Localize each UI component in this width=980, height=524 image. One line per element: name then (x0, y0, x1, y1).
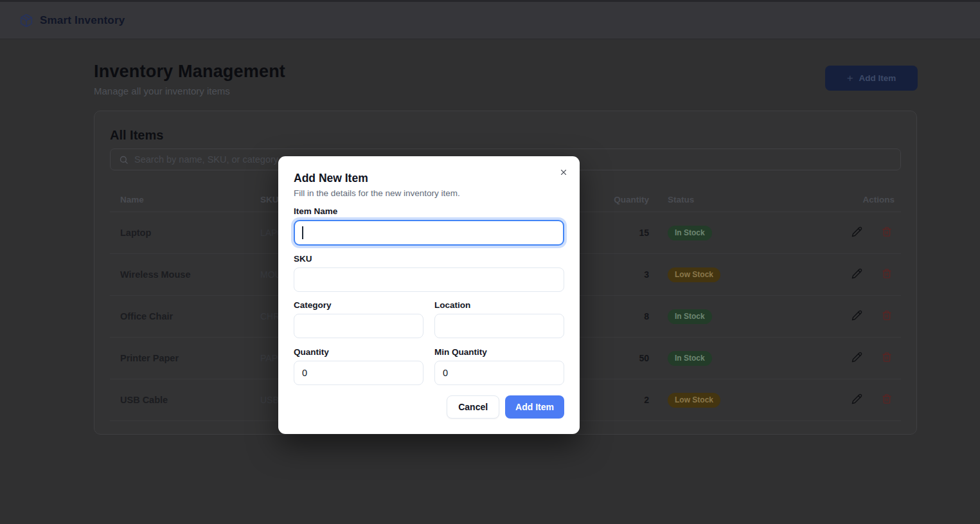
close-button[interactable] (557, 165, 571, 179)
text-caret (302, 226, 303, 239)
quantity-input[interactable] (294, 361, 423, 385)
add-item-modal: Add New Item Fill in the details for the… (278, 156, 580, 434)
quantity-label: Quantity (294, 347, 423, 357)
min-quantity-input[interactable] (434, 361, 564, 385)
item-name-label: Item Name (294, 206, 564, 216)
location-input[interactable] (434, 314, 564, 338)
sku-input[interactable] (294, 267, 564, 292)
category-input[interactable] (294, 314, 423, 338)
modal-subtitle: Fill in the details for the new inventor… (294, 188, 564, 198)
modal-add-item-button[interactable]: Add Item (505, 395, 564, 419)
close-icon (559, 168, 568, 177)
sku-label: SKU (294, 254, 564, 264)
cancel-button[interactable]: Cancel (447, 395, 499, 419)
min-quantity-label: Min Quantity (434, 347, 564, 357)
category-label: Category (294, 300, 423, 310)
modal-title: Add New Item (294, 172, 564, 185)
item-name-input[interactable] (294, 220, 564, 246)
location-label: Location (434, 300, 564, 310)
